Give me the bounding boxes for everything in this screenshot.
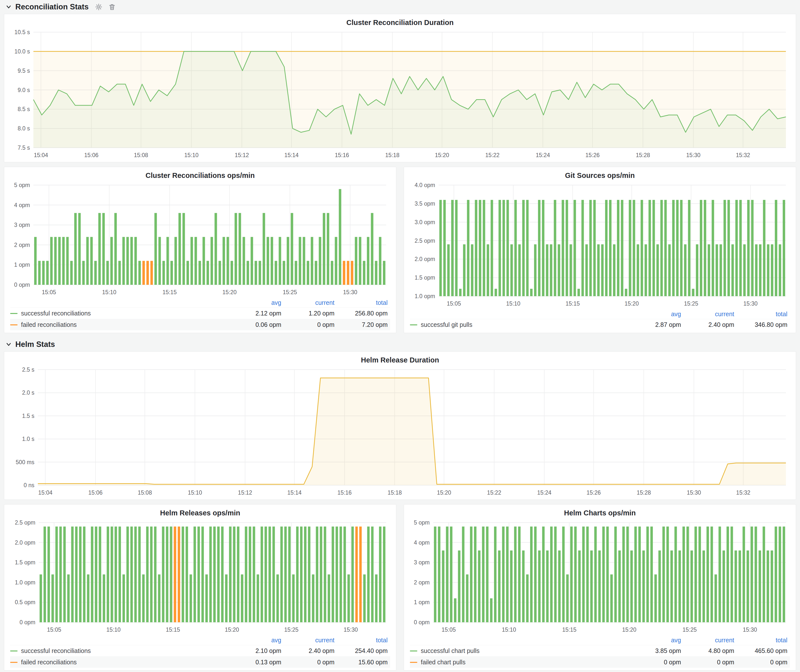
svg-text:2.5 opm: 2.5 opm xyxy=(414,238,435,244)
legend-current-value: 2.40 opm xyxy=(683,321,737,328)
legend-col-total[interactable]: total xyxy=(337,299,390,306)
legend-series-label: successful reconciliations xyxy=(21,310,91,317)
svg-text:15:04: 15:04 xyxy=(34,152,48,158)
legend-header-row: avg current total xyxy=(410,635,790,645)
svg-text:15:14: 15:14 xyxy=(287,490,302,496)
legend-current-value: 0 opm xyxy=(284,659,337,666)
row-settings-gear-icon[interactable] xyxy=(95,3,102,11)
legend-avg-value: 2.12 opm xyxy=(230,310,284,317)
svg-text:15:04: 15:04 xyxy=(38,490,53,496)
svg-text:15:14: 15:14 xyxy=(285,152,299,158)
legend-series-toggle[interactable]: failed reconciliations xyxy=(10,321,230,328)
svg-text:15:26: 15:26 xyxy=(585,152,600,158)
legend-current-value: 4.80 opm xyxy=(683,647,737,654)
panel-title[interactable]: Cluster Reconciliations ops/min xyxy=(9,170,392,181)
legend-header-row: avg current total xyxy=(410,309,790,319)
svg-text:3.0 opm: 3.0 opm xyxy=(414,219,435,226)
svg-text:1.0 opm: 1.0 opm xyxy=(15,579,35,586)
legend-header-row: avg current total xyxy=(10,635,390,645)
svg-text:15:10: 15:10 xyxy=(106,626,121,633)
svg-text:1 opm: 1 opm xyxy=(414,599,430,605)
helm-charts-chart[interactable]: 0 opm1 opm2 opm3 opm4 opm5 opm15:0515:10… xyxy=(408,518,791,635)
collapse-chevron-icon[interactable] xyxy=(6,4,11,10)
svg-text:5 opm: 5 opm xyxy=(414,519,430,526)
svg-text:15:05: 15:05 xyxy=(42,289,56,295)
legend-avg-value: 3.85 opm xyxy=(630,647,683,654)
legend-col-avg[interactable]: avg xyxy=(230,637,284,644)
svg-text:15:30: 15:30 xyxy=(743,300,758,307)
helm-release-duration-chart[interactable]: 0 ns500 ms1.0 s1.5 s2.0 s2.5 s15:0415:06… xyxy=(9,366,791,498)
series-color-marker xyxy=(10,662,18,663)
legend-col-avg[interactable]: avg xyxy=(630,637,683,644)
svg-text:15:25: 15:25 xyxy=(684,300,698,307)
legend-total-value: 465.60 opm xyxy=(737,647,790,654)
legend-total-value: 15.60 opm xyxy=(337,659,390,666)
legend-series-toggle[interactable]: failed chart pulls xyxy=(410,659,630,666)
svg-text:15:28: 15:28 xyxy=(637,490,651,496)
legend-series-toggle[interactable]: successful reconciliations xyxy=(10,310,230,317)
svg-text:15:20: 15:20 xyxy=(625,300,639,307)
legend-row-successful-chart-pulls: successful chart pulls 3.85 opm 4.80 opm… xyxy=(410,645,790,656)
cluster-reconciliations-chart[interactable]: 0 opm1 opm2 opm3 opm4 opm5 opm15:0515:10… xyxy=(9,181,392,297)
svg-text:15:12: 15:12 xyxy=(238,490,252,496)
panel-title[interactable]: Helm Charts ops/min xyxy=(408,507,791,518)
panel-title[interactable]: Helm Release Duration xyxy=(9,354,791,366)
section-helm-stats[interactable]: Helm Stats xyxy=(4,338,796,351)
svg-text:1.0 opm: 1.0 opm xyxy=(414,293,435,299)
svg-text:15:25: 15:25 xyxy=(283,289,297,295)
legend-col-total[interactable]: total xyxy=(337,637,390,644)
legend-col-current[interactable]: current xyxy=(284,299,337,306)
panel-cluster-reconciliation-duration: Cluster Reconciliation Duration 7.5 s8.0… xyxy=(4,14,796,162)
row-delete-trash-icon[interactable] xyxy=(108,3,116,11)
panel-title[interactable]: Helm Releases ops/min xyxy=(9,507,392,518)
svg-text:1.5 s: 1.5 s xyxy=(22,413,34,419)
legend-current-value: 0 opm xyxy=(683,659,737,666)
series-color-marker xyxy=(410,662,417,663)
legend-series-toggle[interactable]: failed reconciliations xyxy=(10,659,230,666)
svg-text:1.5 opm: 1.5 opm xyxy=(15,559,35,566)
svg-text:5 opm: 5 opm xyxy=(14,182,30,188)
git-sources-chart[interactable]: 1.0 opm1.5 opm2.0 opm2.5 opm3.0 opm3.5 o… xyxy=(408,181,791,309)
legend-col-avg[interactable]: avg xyxy=(230,299,284,306)
legend-col-avg[interactable]: avg xyxy=(630,310,683,318)
svg-text:15:26: 15:26 xyxy=(587,490,601,496)
svg-text:15:08: 15:08 xyxy=(138,490,152,496)
legend-col-total[interactable]: total xyxy=(737,637,790,644)
svg-text:15:25: 15:25 xyxy=(284,626,299,633)
cluster-reconciliation-duration-chart[interactable]: 7.5 s8.0 s8.5 s9.0 s9.5 s10.0 s10.5 s15:… xyxy=(9,28,791,160)
series-color-marker xyxy=(10,650,18,651)
legend-current-value: 1.20 opm xyxy=(284,310,337,317)
svg-text:15:22: 15:22 xyxy=(487,490,501,496)
panel-title[interactable]: Cluster Reconciliation Duration xyxy=(9,17,791,28)
svg-text:2.5 s: 2.5 s xyxy=(22,366,34,373)
svg-text:15:10: 15:10 xyxy=(184,152,198,158)
legend-col-current[interactable]: current xyxy=(284,637,337,644)
helm-releases-chart[interactable]: 0 opm0.5 opm1.0 opm1.5 opm2.0 opm2.5 opm… xyxy=(9,518,392,635)
legend-avg-value: 0.13 opm xyxy=(230,659,284,666)
legend-header-row: avg current total xyxy=(10,298,390,307)
legend-col-current[interactable]: current xyxy=(683,637,737,644)
legend-total-value: 256.80 opm xyxy=(337,310,390,317)
svg-text:4.0 opm: 4.0 opm xyxy=(414,182,435,188)
legend-col-total[interactable]: total xyxy=(737,310,790,318)
section-title[interactable]: Reconciliation Stats xyxy=(15,2,88,11)
legend: avg current total successful reconciliat… xyxy=(9,297,392,331)
svg-text:3 opm: 3 opm xyxy=(14,222,30,228)
svg-text:15:15: 15:15 xyxy=(163,289,177,295)
legend-series-label: successful reconciliations xyxy=(21,647,91,654)
legend-series-toggle[interactable]: successful chart pulls xyxy=(410,647,630,654)
legend-series-label: failed reconciliations xyxy=(21,321,77,328)
svg-text:15:30: 15:30 xyxy=(686,152,701,158)
legend-series-toggle[interactable]: successful git pulls xyxy=(410,321,630,328)
panel-title[interactable]: Git Sources ops/min xyxy=(408,170,791,181)
section-reconciliation-stats[interactable]: Reconciliation Stats xyxy=(4,0,796,14)
svg-text:15:08: 15:08 xyxy=(134,152,148,158)
section-title[interactable]: Helm Stats xyxy=(15,340,55,349)
legend-series-label: failed chart pulls xyxy=(421,659,466,666)
svg-text:3 opm: 3 opm xyxy=(414,559,430,566)
collapse-chevron-icon[interactable] xyxy=(6,342,11,347)
legend-col-current[interactable]: current xyxy=(683,310,737,318)
legend-row-failed-reconciliations: failed reconciliations 0.06 opm 0 opm 7.… xyxy=(10,319,390,330)
svg-text:9.5 s: 9.5 s xyxy=(18,67,30,74)
legend-series-toggle[interactable]: successful reconciliations xyxy=(10,647,230,654)
